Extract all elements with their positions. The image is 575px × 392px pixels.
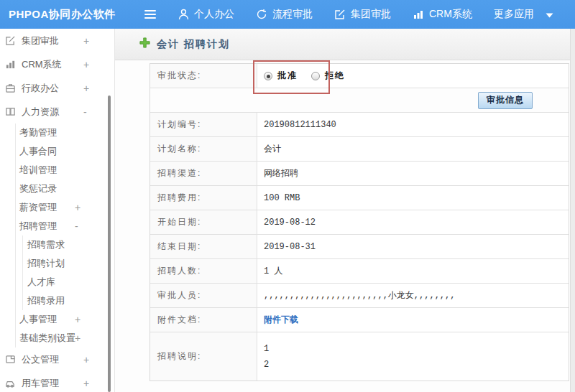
row-recruit-description: 招聘说明: 1 2 [150, 332, 569, 381]
recruit-submenu: 招聘需求 招聘计划 人才库 招聘录用 [22, 235, 114, 310]
sidebar-item-crm[interactable]: CRM系统 + [0, 52, 114, 76]
nav-process-approval[interactable]: 流程审批 [256, 8, 313, 21]
field-label: 结束日期: [150, 235, 257, 258]
row-start-date: 开始日期: 2019-08-12 [150, 210, 569, 234]
radio-approve[interactable] [264, 72, 272, 80]
expand-plus[interactable]: + [83, 35, 89, 47]
caret-down-icon[interactable] [546, 8, 553, 21]
field-label: 开始日期: [150, 210, 257, 234]
field-value: 2019-08-31 [257, 235, 569, 258]
radio-reject-label: 拒绝 [325, 70, 345, 82]
field-value: 2019-08-12 [257, 210, 569, 234]
description-line: 2 [264, 360, 269, 370]
add-plus-icon[interactable] [139, 37, 150, 51]
main-scrollbar[interactable] [570, 29, 575, 392]
row-plan-number: 计划编号: 20190812111340 [150, 112, 569, 136]
field-label: 计划编号: [150, 113, 257, 136]
nav-label: 更多应用 [494, 8, 534, 21]
app-brand: PHPOA协同办公软件 [0, 8, 124, 22]
description-line: 1 [264, 344, 269, 354]
sidebar-item-recruit-plan[interactable]: 招聘计划 [23, 254, 114, 273]
user-icon [178, 9, 189, 20]
sidebar-item-document-mgmt[interactable]: 公文管理 + [0, 347, 114, 371]
field-value: 100 RMB [257, 186, 569, 210]
field-label: 招聘费用: [150, 186, 257, 210]
page-title: 会计 招聘计划 [157, 38, 230, 51]
expand-plus[interactable]: + [75, 314, 80, 325]
main-area: 会计 招聘计划 审批状态: 批准 拒绝 审批信息 计划编号: 201908121… [115, 29, 575, 392]
nav-crm-system[interactable]: CRM系统 [413, 8, 472, 21]
row-attachment: 附件文档: 附件下载 [150, 307, 569, 332]
recruit-plan-detail-table: 审批状态: 批准 拒绝 审批信息 计划编号: 20190812111340 计划… [150, 63, 569, 381]
sidebar-item-talent-pool[interactable]: 人才库 [23, 273, 114, 291]
field-value: 1 2 [257, 332, 569, 381]
field-value: ,,,,,,,,,,,,,,,,,,,,,,,,小龙女,,,,,,,, [257, 284, 569, 307]
nav-group-approval[interactable]: 集团审批 [334, 8, 391, 21]
nav-label: 集团审批 [351, 8, 391, 21]
field-label: 审批人员: [150, 284, 257, 307]
field-value: 1 人 [257, 259, 569, 283]
sidebar-item-vehicle-mgmt[interactable]: 用车管理 + [0, 371, 114, 392]
attachment-download-link[interactable]: 附件下载 [264, 314, 298, 326]
hr-submenu: 考勤管理 人事合同 培训管理 奖惩记录 薪资管理 + 招聘管理 - 招聘需求 招… [15, 123, 114, 347]
row-plan-name: 计划名称: 会计 [150, 136, 569, 161]
sidebar-item-admin-office[interactable]: 行政办公 + [0, 76, 114, 100]
menu-icon[interactable] [144, 9, 157, 19]
document-icon [4, 354, 16, 365]
sidebar-item-base-category-settings[interactable]: 基础类别设置 + [16, 329, 114, 347]
topbar: PHPOA协同办公软件 个人办公 流程审批 集团审批 CRM系统 [0, 0, 575, 29]
expand-plus[interactable]: + [75, 332, 80, 344]
top-navigation: 个人办公 流程审批 集团审批 CRM系统 更多应用 [178, 8, 553, 21]
sidebar-item-recruit-demand[interactable]: 招聘需求 [23, 235, 114, 254]
sidebar-item-recruit-hire[interactable]: 招聘录用 [23, 291, 114, 310]
row-headcount: 招聘人数: 1 人 [150, 258, 569, 283]
process-icon [256, 9, 267, 20]
expand-plus[interactable]: + [83, 59, 89, 70]
row-approval-action: 审批信息 [150, 88, 569, 112]
expand-minus[interactable]: - [83, 106, 87, 118]
sidebar-item-attendance[interactable]: 考勤管理 [16, 123, 114, 142]
edit-icon [334, 9, 346, 20]
expand-plus[interactable]: + [75, 202, 80, 213]
sidebar-item-group-approval[interactable]: 集团审批 + [0, 29, 114, 52]
expand-plus[interactable]: + [83, 83, 89, 94]
book-icon [4, 106, 16, 117]
nav-more-apps[interactable]: 更多应用 [494, 8, 534, 21]
nav-label: 流程审批 [272, 8, 313, 21]
bar-chart-icon [413, 9, 424, 20]
sidebar-item-salary-mgmt[interactable]: 薪资管理 + [16, 198, 114, 217]
approval-info-button[interactable]: 审批信息 [478, 92, 533, 109]
row-end-date: 结束日期: 2019-08-31 [150, 234, 569, 258]
field-value: 会计 [257, 137, 569, 161]
sidebar-item-hr-contract[interactable]: 人事合同 [16, 142, 114, 161]
field-label: 附件文档: [150, 308, 257, 332]
sidebar-item-recruit-mgmt[interactable]: 招聘管理 - [16, 217, 114, 235]
row-recruit-channel: 招聘渠道: 网络招聘 [150, 161, 569, 185]
field-label: 计划名称: [150, 137, 257, 161]
nav-personal-office[interactable]: 个人办公 [178, 8, 234, 21]
sidebar-item-personnel-mgmt[interactable]: 人事管理 + [16, 310, 114, 329]
sidebar-scrollbar[interactable] [108, 95, 111, 392]
car-icon [4, 378, 16, 388]
content-body: 审批状态: 批准 拒绝 审批信息 计划编号: 20190812111340 计划… [115, 61, 570, 392]
sidebar-item-hr[interactable]: 人力资源 - [0, 100, 114, 123]
sidebar-item-training[interactable]: 培训管理 [16, 161, 114, 179]
radio-reject[interactable] [311, 72, 320, 80]
expand-plus[interactable]: + [83, 378, 89, 389]
sidebar: 集团审批 + CRM系统 + 行政办公 + 人力资源 - 考勤管理 人事合同 培… [0, 29, 115, 392]
row-recruit-cost: 招聘费用: 100 RMB [150, 185, 569, 210]
field-label: 招聘渠道: [150, 162, 257, 185]
bar-chart-icon [4, 59, 16, 70]
expand-minus[interactable]: - [75, 220, 78, 232]
field-value: 网络招聘 [257, 162, 569, 185]
field-label: 招聘人数: [150, 259, 257, 283]
field-label: 招聘说明: [150, 332, 257, 381]
edit-icon [4, 35, 16, 46]
field-value: 20190812111340 [257, 113, 569, 136]
field-label: 审批状态: [150, 64, 257, 88]
row-approvers: 审批人员: ,,,,,,,,,,,,,,,,,,,,,,,,小龙女,,,,,,,… [150, 283, 569, 307]
sidebar-item-rewards-records[interactable]: 奖惩记录 [16, 179, 114, 198]
content-header: 会计 招聘计划 [115, 29, 575, 60]
nav-label: CRM系统 [429, 8, 472, 21]
expand-plus[interactable]: + [83, 354, 89, 365]
